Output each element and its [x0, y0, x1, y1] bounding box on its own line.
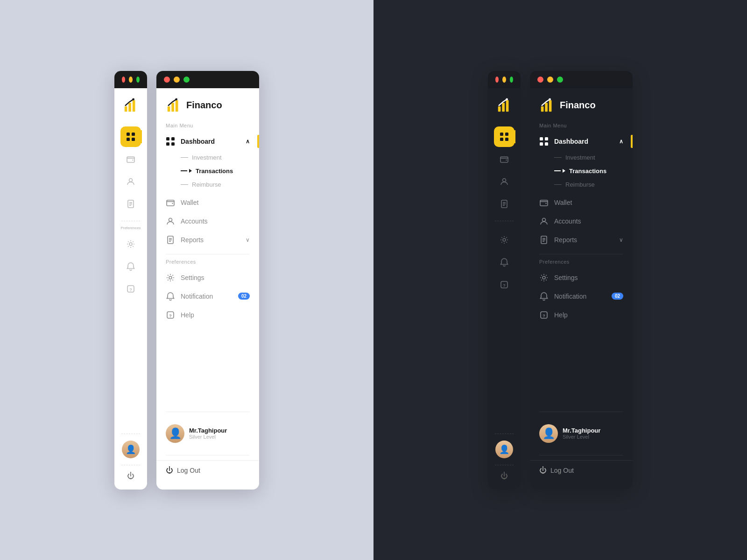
nav-wallet-narrow[interactable] — [120, 149, 141, 169]
doc-svg-dark — [539, 235, 549, 245]
logo-area-light: Financo — [156, 98, 259, 123]
svg-rect-59 — [545, 137, 548, 140]
help-label-dark: Help — [554, 311, 568, 319]
user-profile-dark: 👤 Mr.Taghipour Silver Level — [530, 417, 633, 450]
nav-reports-dark[interactable]: Reports ∨ — [530, 231, 633, 249]
svg-rect-0 — [125, 106, 127, 111]
nav-help-dark[interactable]: ? Help — [530, 306, 633, 324]
arrow-head-dark — [563, 169, 565, 173]
wallet-label: Wallet — [181, 199, 198, 206]
active-bar-wide-dark — [631, 135, 633, 148]
reports-label-dark: Reports — [554, 236, 577, 244]
logout-button[interactable]: ⏻ Log Out — [156, 460, 259, 480]
dark-narrow-window: ? 👤 ⏻ — [488, 71, 521, 490]
nav-notification[interactable]: Notification 02 — [156, 287, 259, 306]
logo-icon-wide — [166, 98, 182, 113]
submenu-reimburse[interactable]: Reimburse — [181, 178, 259, 191]
maximize-button[interactable] — [557, 77, 563, 83]
svg-text:?: ? — [129, 287, 132, 292]
nav-settings-narrow[interactable] — [120, 234, 141, 254]
svg-point-39 — [506, 98, 508, 100]
power-icon-dark: ⏻ — [539, 466, 547, 475]
power-icon-narrow[interactable]: ⏻ — [127, 472, 134, 480]
user-name: Mr.Taghipour — [189, 427, 227, 434]
avatar-face-wide-dark: 👤 — [539, 424, 558, 443]
nav-wallet[interactable]: Wallet — [156, 193, 259, 212]
reports-icon — [126, 199, 135, 209]
svg-rect-26 — [167, 200, 174, 206]
light-half: Preferences ? — [0, 0, 374, 560]
sub-arrow-dark — [554, 169, 565, 173]
nav-help-narrow-dark[interactable]: ? — [494, 274, 514, 295]
nav-dashboard[interactable]: Dashboard ∧ — [156, 132, 259, 151]
maximize-button[interactable] — [183, 77, 190, 83]
grid-icon-wide-dark — [539, 137, 549, 146]
nav-accounts[interactable]: Accounts — [156, 212, 259, 231]
close-button[interactable] — [537, 77, 543, 83]
minimize-button[interactable] — [129, 77, 132, 83]
minimize-button[interactable] — [174, 77, 180, 83]
reports-label: Reports — [181, 236, 204, 244]
nav-dashboard-dark[interactable]: Dashboard ∧ — [530, 132, 633, 151]
notification-label-dark: Notification — [554, 293, 586, 300]
nav-wallet-narrow-dark[interactable] — [494, 149, 514, 169]
nav-notification-narrow[interactable] — [120, 256, 141, 277]
nav-help[interactable]: ? Help — [156, 306, 259, 324]
nav-accounts-dark[interactable]: Accounts — [530, 212, 633, 231]
submenu-investment-dark[interactable]: Investment — [554, 151, 633, 164]
nav-reports-narrow[interactable] — [120, 194, 141, 214]
close-button[interactable] — [164, 77, 170, 83]
maximize-button[interactable] — [510, 77, 513, 83]
user-divider — [166, 412, 250, 412]
user-avatar-narrow: 👤 — [122, 441, 140, 458]
dashboard-submenu-dark: Investment Transactions Reimburse — [530, 151, 633, 191]
logo-icon-wide-dark — [539, 98, 555, 113]
gear-icon-dark — [500, 235, 509, 245]
bell-icon-dark — [500, 258, 509, 267]
user-name-dark: Mr.Taghipour — [563, 427, 600, 434]
nav-accounts-narrow[interactable] — [120, 171, 141, 192]
submenu-transactions[interactable]: Transactions — [181, 164, 259, 178]
bottom-divider2 — [121, 465, 140, 465]
help-svg: ? — [166, 310, 175, 320]
nav-wallet-dark[interactable]: Wallet — [530, 193, 633, 212]
nav-settings-narrow-dark[interactable] — [494, 230, 514, 250]
nav-notification-dark[interactable]: Notification 02 — [530, 287, 633, 306]
help-icon-wide: ? — [166, 310, 175, 320]
submenu-transactions-dark[interactable]: Transactions — [554, 164, 633, 178]
minimize-button[interactable] — [502, 77, 506, 83]
nav-notification-narrow-dark[interactable] — [494, 252, 514, 273]
nav-dashboard-narrow[interactable] — [120, 126, 141, 147]
nav-settings-dark[interactable]: Settings — [530, 268, 633, 287]
wallet-svg — [166, 198, 175, 207]
settings-label: Settings — [181, 274, 204, 281]
svg-point-3 — [132, 98, 134, 100]
nav-dashboard-narrow-dark[interactable] — [494, 126, 514, 147]
minimize-button[interactable] — [547, 77, 553, 83]
nav-reports-narrow-dark[interactable] — [494, 194, 514, 214]
svg-rect-4 — [127, 133, 130, 136]
active-bar-wide — [257, 135, 259, 148]
wallet-icon-wide — [166, 198, 175, 207]
close-button[interactable] — [495, 77, 499, 83]
nav-help-narrow[interactable]: ? — [120, 279, 141, 299]
submenu-investment[interactable]: Investment — [181, 151, 259, 164]
wallet-icon-dark — [500, 154, 509, 164]
maximize-button[interactable] — [136, 77, 140, 83]
investment-label-dark: Investment — [565, 154, 595, 161]
investment-label: Investment — [192, 154, 222, 161]
nav-accounts-narrow-dark[interactable] — [494, 171, 514, 192]
svg-rect-6 — [127, 138, 130, 141]
dashboard-label-dark: Dashboard — [554, 138, 588, 145]
titlebar-wide-light — [156, 71, 259, 88]
nav-reports[interactable]: Reports ∨ — [156, 231, 259, 249]
close-button[interactable] — [122, 77, 125, 83]
submenu-reimburse-dark[interactable]: Reimburse — [554, 178, 633, 191]
sub-line2 — [181, 184, 188, 185]
logout-button-dark[interactable]: ⏻ Log Out — [530, 460, 633, 480]
svg-rect-56 — [549, 100, 552, 112]
nav-settings[interactable]: Settings — [156, 268, 259, 287]
svg-rect-41 — [505, 133, 508, 136]
light-wide-window: Financo Main Menu Dashboard ∧ — [156, 71, 259, 490]
power-icon-narrow-dark[interactable]: ⏻ — [500, 472, 508, 480]
